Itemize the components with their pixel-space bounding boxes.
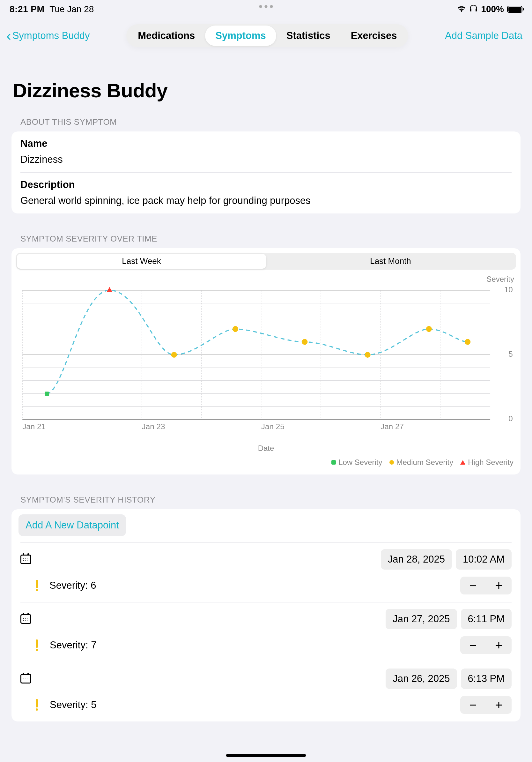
history-entry: Jan 26, 2025 6:13 PM Severity: 5 − +	[21, 662, 511, 722]
description-value: General world spinning, ice pack may hel…	[21, 195, 511, 206]
description-label: Description	[21, 179, 511, 190]
marker-med	[171, 352, 177, 358]
about-card: Name Dizziness Description General world…	[12, 131, 520, 213]
tabs-segmented-control: Medications Symptoms Statistics Exercise…	[126, 24, 408, 47]
severity-value: Severity: 5	[50, 699, 96, 711]
y-axis-label: Severity	[486, 275, 514, 284]
legend-low-icon	[331, 460, 336, 465]
name-value: Dizziness	[21, 154, 511, 165]
date-button[interactable]: Jan 27, 2025	[386, 609, 457, 629]
severity-stepper: − +	[460, 576, 511, 594]
date-button[interactable]: Jan 26, 2025	[386, 668, 457, 689]
battery-percent: 100%	[481, 4, 504, 14]
add-datapoint-button[interactable]: Add A New Datapoint	[19, 514, 126, 536]
battery-icon	[507, 6, 522, 13]
chart-legend: Low Severity Medium Severity High Severi…	[16, 455, 516, 470]
svg-text:10: 10	[504, 285, 513, 294]
wifi-icon	[457, 4, 466, 14]
exclamation-icon	[36, 580, 38, 591]
history-entry: Jan 28, 2025 10:02 AM Severity: 6 − +	[21, 543, 511, 602]
history-card: Add A New Datapoint Jan 28, 2025 10:02 A…	[12, 509, 520, 722]
status-date: Tue Jan 28	[49, 4, 94, 14]
marker-med	[233, 326, 238, 332]
severity-value: Severity: 7	[50, 640, 96, 651]
multitask-dots[interactable]	[259, 5, 273, 8]
time-button[interactable]: 6:13 PM	[461, 668, 511, 689]
svg-text:Jan 27: Jan 27	[380, 422, 404, 431]
home-indicator[interactable]	[226, 754, 306, 757]
history-entry: Jan 27, 2025 6:11 PM Severity: 7 − +	[21, 602, 511, 662]
marker-med	[302, 339, 307, 344]
chart-svg: 10 5 0 Jan 21 Jan 23 Jan 25 Jan 27	[16, 274, 516, 442]
range-segmented-control: Last Week Last Month	[16, 253, 516, 269]
add-sample-data-button[interactable]: Add Sample Data	[445, 30, 522, 41]
legend-med-icon	[389, 460, 394, 465]
severity-stepper: − +	[460, 696, 511, 714]
stepper-minus[interactable]: −	[460, 576, 486, 594]
svg-text:5: 5	[508, 350, 513, 358]
stepper-minus[interactable]: −	[460, 636, 486, 654]
stepper-minus[interactable]: −	[460, 696, 486, 714]
marker-high	[106, 287, 112, 292]
tab-statistics[interactable]: Statistics	[276, 26, 341, 46]
stepper-plus[interactable]: +	[486, 576, 511, 594]
svg-text:Jan 21: Jan 21	[22, 422, 46, 431]
legend-high-icon	[460, 460, 465, 465]
svg-text:0: 0	[508, 414, 513, 423]
nav-bar: ‹ Symptoms Buddy Medications Symptoms St…	[0, 15, 532, 54]
range-last-month[interactable]: Last Month	[266, 254, 515, 269]
exclamation-icon	[36, 699, 38, 711]
marker-med	[465, 339, 470, 344]
stepper-plus[interactable]: +	[486, 696, 511, 714]
calendar-icon	[21, 614, 31, 624]
tab-exercises[interactable]: Exercises	[341, 26, 407, 46]
marker-med	[365, 352, 370, 358]
chart-card: Last Week Last Month Severity	[12, 248, 520, 475]
tab-symptoms[interactable]: Symptoms	[205, 26, 276, 46]
chevron-left-icon: ‹	[6, 31, 11, 41]
marker-low	[45, 392, 49, 396]
stepper-plus[interactable]: +	[486, 636, 511, 654]
history-section-header: SYMPTOM'S SEVERITY HISTORY	[12, 493, 520, 509]
back-button[interactable]: ‹ Symptoms Buddy	[6, 30, 90, 41]
status-time: 8:21 PM	[10, 4, 44, 14]
headphone-icon	[469, 4, 478, 14]
marker-med	[426, 326, 432, 332]
chart-section-header: SYMPTOM SEVERITY OVER TIME	[12, 231, 520, 248]
svg-text:Jan 25: Jan 25	[261, 422, 285, 431]
time-button[interactable]: 10:02 AM	[456, 549, 511, 570]
calendar-icon	[21, 555, 31, 564]
severity-chart: Severity	[16, 271, 516, 470]
tab-medications[interactable]: Medications	[128, 26, 205, 46]
severity-stepper: − +	[460, 636, 511, 654]
about-section-header: ABOUT THIS SYMPTOM	[12, 114, 520, 131]
time-button[interactable]: 6:11 PM	[461, 609, 511, 629]
name-label: Name	[21, 138, 511, 149]
x-axis-label: Date	[16, 442, 516, 455]
status-bar: 8:21 PM Tue Jan 28 100%	[0, 0, 532, 15]
back-label: Symptoms Buddy	[13, 30, 90, 41]
date-button[interactable]: Jan 28, 2025	[381, 549, 452, 570]
severity-value: Severity: 6	[49, 580, 96, 591]
svg-text:Jan 23: Jan 23	[142, 422, 165, 431]
calendar-icon	[21, 674, 31, 683]
page-title: Dizziness Buddy	[12, 54, 520, 114]
exclamation-icon	[36, 640, 38, 651]
range-last-week[interactable]: Last Week	[17, 254, 266, 269]
